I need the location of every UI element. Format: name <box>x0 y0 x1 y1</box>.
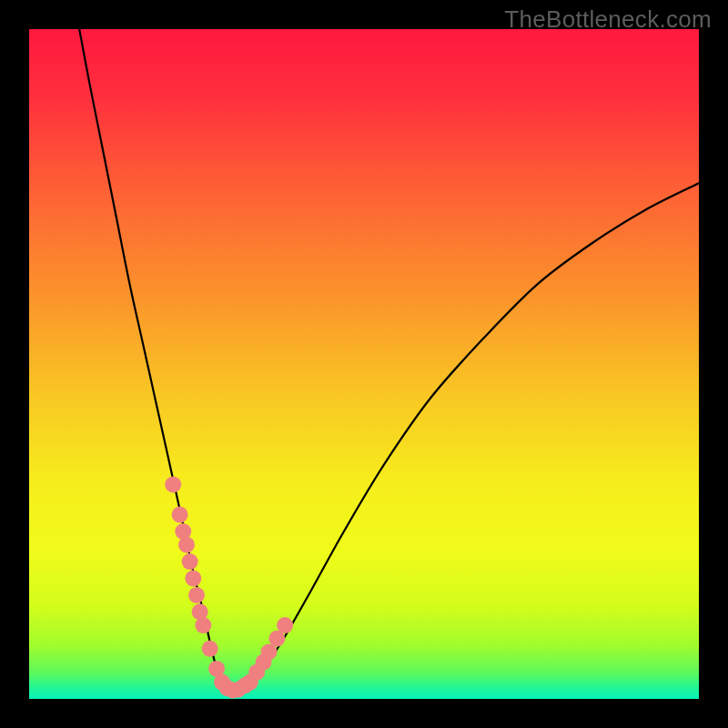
chart-frame: TheBottleneck.com <box>0 0 728 728</box>
highlight-marker <box>172 507 188 523</box>
highlight-marker <box>202 641 218 657</box>
highlight-marker <box>178 537 195 553</box>
bottleneck-curve <box>29 29 699 699</box>
highlight-marker <box>165 476 181 492</box>
highlight-marker <box>188 587 205 603</box>
plot-area <box>29 29 699 699</box>
highlight-marker <box>277 617 293 633</box>
highlight-marker <box>195 617 211 633</box>
highlight-marker <box>182 553 198 570</box>
highlight-marker <box>185 571 201 587</box>
